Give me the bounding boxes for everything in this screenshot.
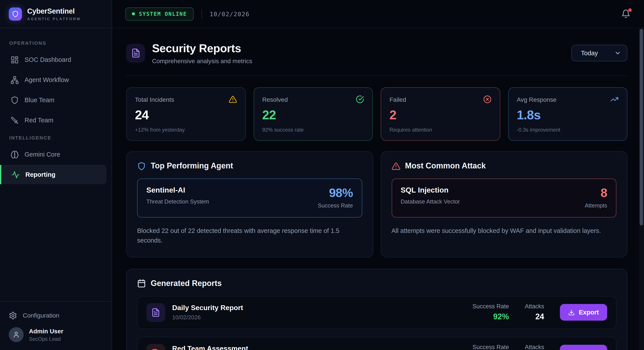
- file-text-icon: [151, 308, 160, 317]
- stat-card-resolved: Resolved 22 92% success rate: [254, 87, 373, 141]
- gear-icon: [9, 311, 17, 319]
- nav-section-operations: OPERATIONS: [0, 40, 112, 46]
- file-text-icon: [151, 349, 160, 350]
- notification-dot: [628, 8, 632, 12]
- agent-description: Threat Detection System: [146, 198, 209, 205]
- report-name: Daily Security Report: [172, 304, 243, 312]
- attack-note: All attempts were successfully blocked b…: [392, 226, 616, 236]
- sidebar-item-label: Agent Workflow: [24, 76, 69, 83]
- sidebar-item-reporting[interactable]: Reporting: [0, 165, 106, 184]
- brand-name: CyberSentinel: [27, 7, 81, 15]
- attacks-label: Attacks: [525, 303, 544, 310]
- agent-note: Blocked 22 out of 22 detected threats wi…: [137, 226, 362, 246]
- brand: CyberSentinel AGENTIC PLATFORM: [0, 0, 112, 28]
- stat-subtext: 92% success rate: [262, 127, 364, 133]
- configuration-label: Configuration: [23, 312, 59, 319]
- sidebar-nav: OPERATIONS SOC Dashboard Agent Workflow …: [0, 28, 112, 184]
- file-text-icon: [131, 48, 140, 58]
- export-label: Export: [579, 309, 599, 316]
- stat-subtext: -0.3s improvement: [517, 127, 618, 133]
- attack-name: SQL Injection: [401, 186, 460, 195]
- brain-icon: [10, 150, 19, 158]
- stat-label: Avg Response: [517, 96, 556, 103]
- sidebar-item-gemini-core[interactable]: Gemini Core: [5, 145, 106, 164]
- date-range-value: Today: [581, 50, 598, 57]
- sidebar-item-label: SOC Dashboard: [24, 56, 71, 63]
- scrollbar-track[interactable]: [639, 29, 644, 350]
- most-common-attack-card: Most Common Attack SQL Injection Databas…: [380, 151, 627, 257]
- workflow-icon: [10, 76, 19, 84]
- sidebar-item-red-team[interactable]: Red Team: [5, 110, 106, 130]
- report-row-red-team: Red Team Assessment 10/02/2026 Success R…: [137, 337, 616, 350]
- header-date: 10/02/2026: [210, 10, 250, 17]
- success-rate-value: 92%: [472, 312, 509, 322]
- stat-label: Total Incidents: [135, 96, 174, 103]
- sidebar-item-label: Red Team: [24, 117, 54, 124]
- stat-subtext: +12% from yesterday: [135, 127, 237, 133]
- shield-icon: [10, 96, 19, 104]
- stat-label: Failed: [390, 96, 406, 103]
- attack-description: Database Attack Vector: [401, 198, 460, 205]
- stat-card-avg-response: Avg Response 1.8s -0.3s improvement: [508, 87, 627, 141]
- brand-tagline: AGENTIC PLATFORM: [27, 17, 81, 21]
- trending-up-icon: [610, 95, 618, 103]
- panel-title: Top Performing Agent: [151, 161, 233, 170]
- sidebar-item-agent-workflow[interactable]: Agent Workflow: [5, 70, 106, 89]
- attacks-value: 24: [525, 312, 544, 322]
- date-range-select[interactable]: Today: [571, 45, 627, 61]
- report-icon-tile: [146, 344, 165, 350]
- stat-card-failed: Failed 2 Requires attention: [381, 87, 500, 141]
- dashboard-icon: [10, 56, 19, 64]
- panel-title: Most Common Attack: [405, 161, 486, 170]
- shield-icon: [137, 162, 146, 170]
- stat-label: Resolved: [262, 96, 288, 103]
- agent-name: Sentinel-AI: [146, 186, 209, 195]
- sidebar-item-soc-dashboard[interactable]: SOC Dashboard: [5, 50, 106, 69]
- success-rate-label: Success Rate: [472, 344, 509, 350]
- page-subtitle: Comprehensive analysis and metrics: [152, 57, 252, 65]
- export-button[interactable]: Export: [560, 345, 607, 350]
- section-title: Generated Reports: [151, 279, 222, 288]
- scrollbar-thumb[interactable]: [640, 29, 643, 225]
- sidebar-item-label: Blue Team: [24, 96, 54, 103]
- sidebar: CyberSentinel AGENTIC PLATFORM OPERATION…: [0, 0, 112, 350]
- attack-highlight: SQL Injection Database Attack Vector 8 A…: [392, 179, 616, 218]
- main-content: Security Reports Comprehensive analysis …: [112, 29, 644, 350]
- header-divider: [201, 9, 202, 19]
- stat-subtext: Requires attention: [390, 127, 491, 133]
- agent-highlight: Sentinel-AI Threat Detection System 98% …: [137, 179, 362, 218]
- sidebar-item-label: Gemini Core: [24, 151, 60, 158]
- sidebar-item-configuration[interactable]: Configuration: [9, 307, 103, 324]
- user-name: Admin User: [29, 327, 63, 334]
- generated-reports-card: Generated Reports Daily Security Report …: [126, 269, 627, 350]
- check-circle-icon: [356, 95, 364, 103]
- page-header: Security Reports Comprehensive analysis …: [126, 42, 627, 65]
- alert-triangle-icon: [228, 95, 237, 103]
- user-icon: [13, 331, 20, 338]
- stats-row: Total Incidents 24 +12% from yesterday R…: [126, 87, 627, 141]
- stat-value: 24: [135, 108, 237, 122]
- activity-icon: [12, 170, 20, 179]
- user-role: SecOps Lead: [29, 336, 63, 342]
- user-profile[interactable]: Admin User SecOps Lead: [9, 327, 103, 342]
- report-date: 10/02/2026: [172, 314, 243, 321]
- page-title-tile: [126, 44, 145, 63]
- agent-success-rate: 98%: [318, 186, 353, 200]
- highlights-row: Top Performing Agent Sentinel-AI Threat …: [126, 151, 627, 257]
- app-logo: [9, 7, 22, 20]
- report-row-daily-security: Daily Security Report 10/02/2026 Success…: [137, 296, 616, 329]
- x-circle-icon: [483, 95, 491, 103]
- app-root: CyberSentinel AGENTIC PLATFORM OPERATION…: [0, 0, 644, 350]
- system-status-badge: SYSTEM ONLINE: [125, 7, 194, 20]
- shield-icon: [12, 10, 19, 17]
- status-text: SYSTEM ONLINE: [139, 11, 187, 17]
- stat-card-total-incidents: Total Incidents 24 +12% from yesterday: [126, 87, 246, 141]
- export-button[interactable]: Export: [560, 304, 607, 321]
- chevron-down-icon: [614, 50, 621, 57]
- success-rate-label: Success Rate: [472, 303, 509, 310]
- sidebar-footer: Configuration Admin User SecOps Lead: [0, 301, 112, 350]
- notifications-button[interactable]: [621, 9, 631, 19]
- sidebar-item-label: Reporting: [26, 171, 56, 178]
- report-icon-tile: [146, 303, 165, 322]
- sidebar-item-blue-team[interactable]: Blue Team: [5, 90, 106, 110]
